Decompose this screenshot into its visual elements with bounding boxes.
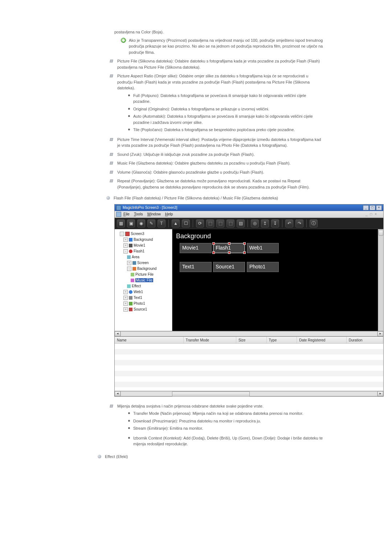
tool-redo[interactable]: ↷ <box>295 219 303 227</box>
col-transfer[interactable]: Transfer Mode <box>184 337 236 343</box>
aspect-original: Original (Originalno): Datoteka s fotogr… <box>128 106 323 112</box>
hscroll-left-arrow[interactable]: ◄ <box>115 331 121 336</box>
file-table-body[interactable] <box>115 344 383 391</box>
section-bullet-icon <box>106 196 110 200</box>
flash-file-heading: Flash File (Flash datoteka) / Picture Fi… <box>114 195 278 201</box>
tool-8[interactable]: ⬚ <box>206 219 214 227</box>
repeat-item: Repeat (Ponavljanje): Glazbena se datote… <box>117 179 310 189</box>
close-button[interactable]: × <box>376 205 382 210</box>
aspect-ratio-item: Picture Aspect Ratio (Omjer slike): Odab… <box>117 74 310 90</box>
design-canvas[interactable]: Background Movie1 Flash1 Web1 Text1 Sour… <box>172 229 378 331</box>
tool-10[interactable]: ⬚ <box>226 219 234 227</box>
menu-file[interactable]: FFileile <box>123 211 130 217</box>
toolbar-separator <box>168 219 169 227</box>
tree-panel: -Screen3 +Background +Movie1 -Flash1 Are… <box>115 229 172 331</box>
tool-6[interactable]: ☐ <box>182 219 190 227</box>
effect-heading: Effect (Efekt) <box>105 454 128 460</box>
tool-text[interactable]: T <box>158 219 166 227</box>
tool-5[interactable]: ▲ <box>172 219 180 227</box>
doc-icon <box>116 212 121 217</box>
toolbar-separator-3 <box>248 219 248 227</box>
col-duration[interactable]: Duration <box>347 337 383 343</box>
tree-screen[interactable]: +Screen <box>127 260 171 266</box>
tree-area[interactable]: Area <box>127 254 171 260</box>
col-name[interactable]: Name <box>115 337 184 343</box>
app-screenshot: MagicInfoPro Screen3 - [Screen3] _ □ × F… <box>114 204 384 397</box>
time-interval-item: Picture Time Interval (Vremenski interva… <box>117 137 321 148</box>
tree-effect[interactable]: Effect <box>127 283 171 289</box>
tree-picture-file[interactable]: Picture File <box>131 272 171 277</box>
tree-text1[interactable]: +Text1 <box>123 295 171 300</box>
volume-item: Volume (Glasnoća): Odabire glasnoću poza… <box>117 170 264 174</box>
tool-3[interactable]: ◉ <box>137 219 145 227</box>
tool-11[interactable]: ▤ <box>237 219 245 227</box>
tree-web1[interactable]: +Web1 <box>123 289 171 295</box>
transparency-note: Ako je Transparency (Prozirnost) postavl… <box>129 37 323 56</box>
transfer-mode-item: Transfer Mode (Način prijenosa): Mijenja… <box>128 410 323 417</box>
tool-2[interactable]: ▣ <box>127 219 135 227</box>
vertical-scrollbar[interactable] <box>378 229 383 331</box>
toolbar-separator-5 <box>306 219 307 227</box>
maximize-button[interactable]: □ <box>369 205 375 210</box>
tool-13[interactable]: ↥ <box>261 219 269 227</box>
tree-background[interactable]: +Background <box>123 237 171 242</box>
menu-bar: FFileile Tools Window Help _ □ × <box>115 211 383 218</box>
tool-7[interactable]: ⟳ <box>196 219 204 227</box>
tree-root[interactable]: -Screen3 +Background +Movie1 -Flash1 Are… <box>120 231 171 312</box>
col-type[interactable]: Type <box>267 337 297 343</box>
app-icon <box>116 205 121 210</box>
tree-flash1[interactable]: -Flash1 Area +Screen -Background Picture… <box>123 248 171 289</box>
tree-music-file[interactable]: Music File <box>131 278 171 283</box>
intro-fragment: postavljena na Color (Boja). <box>114 29 323 35</box>
tree-movie1[interactable]: +Movie1 <box>123 243 171 248</box>
col-size[interactable]: Size <box>236 337 267 343</box>
slot-photo1[interactable]: Photo1 <box>247 262 279 272</box>
tool-12[interactable]: ◎ <box>251 219 259 227</box>
canvas-hscrollbar[interactable]: ◄ ► <box>115 331 383 336</box>
music-file-item: Music File (Glazbena datoteka): Odabire … <box>117 161 291 165</box>
tree-photo1[interactable]: +Photo1 <box>123 301 171 306</box>
hscroll-right-arrow[interactable]: ► <box>377 331 383 336</box>
section-bullet-effect-icon <box>98 455 101 458</box>
changes-properties-item: Mijenja detaljna svojstva i način prijen… <box>117 404 264 408</box>
table-hscroll-left[interactable]: ◄ <box>115 391 121 396</box>
tool-14[interactable]: ↧ <box>271 219 279 227</box>
slot-movie1[interactable]: Movie1 <box>180 243 212 253</box>
stream-item: Stream (Emitiranje): Emitira na monitor. <box>128 425 323 432</box>
context-menu-item: Izbornik Context (Kontekst): Add (Dodaj)… <box>128 435 323 447</box>
toolbar-separator-4 <box>282 219 282 227</box>
aspect-auto: Auto (Automatski): Datoteka s fotografij… <box>128 113 323 125</box>
minimize-button[interactable]: _ <box>363 205 369 210</box>
tool-info[interactable]: ⓘ <box>310 219 318 227</box>
tool-4[interactable]: ✎ <box>147 219 155 227</box>
slot-text1[interactable]: Text1 <box>180 262 212 272</box>
menu-window[interactable]: Window <box>147 211 160 217</box>
table-hscroll-right[interactable]: ► <box>377 391 383 396</box>
download-item: Download (Preuzimanje): Preuzima datotek… <box>128 418 323 424</box>
aspect-tile: Tile (Popločano): Datoteka s fotografija… <box>128 127 323 133</box>
mdi-controls[interactable]: _ □ × <box>366 211 377 217</box>
slot-web1[interactable]: Web1 <box>247 243 279 253</box>
col-date[interactable]: Date Registered <box>297 337 347 343</box>
canvas-bg-label: Background <box>176 231 211 241</box>
picture-file-item: Picture File (Slikovna datoteka): Odabir… <box>117 59 320 69</box>
aspect-full: Full (Potpuno): Datoteka s fotografijama… <box>128 93 323 105</box>
window-title: MagicInfoPro Screen3 - [Screen3] <box>123 205 363 210</box>
slot-source1[interactable]: Source1 <box>213 262 245 272</box>
toolbar: ▦ ▣ ◉ ✎ T ▲ ☐ ⟳ ⬚ ⬚ ⬚ ▤ ◎ ↥ ↧ ↶ ↷ <box>115 218 383 229</box>
tree-bg2[interactable]: -Background Picture File Music File <box>127 266 171 283</box>
window-titlebar: MagicInfoPro Screen3 - [Screen3] _ □ × <box>115 204 383 211</box>
tree-source1[interactable]: +Source1 <box>123 307 171 312</box>
table-hscrollbar[interactable]: ◄ ► <box>115 391 383 396</box>
tool-1[interactable]: ▦ <box>117 219 125 227</box>
plus-note-icon <box>121 38 126 43</box>
sound-item: Sound (Zvuk): Uključuje ili isključuje z… <box>117 152 254 157</box>
tool-undo[interactable]: ↶ <box>285 219 293 227</box>
file-table-header: Name Transfer Mode Size Type Date Regist… <box>115 337 383 344</box>
menu-help[interactable]: Help <box>165 211 173 217</box>
menu-tools[interactable]: Tools <box>134 211 143 217</box>
slot-flash1[interactable]: Flash1 <box>213 243 245 253</box>
toolbar-separator-2 <box>193 219 193 227</box>
tool-9[interactable]: ⬚ <box>216 219 224 227</box>
